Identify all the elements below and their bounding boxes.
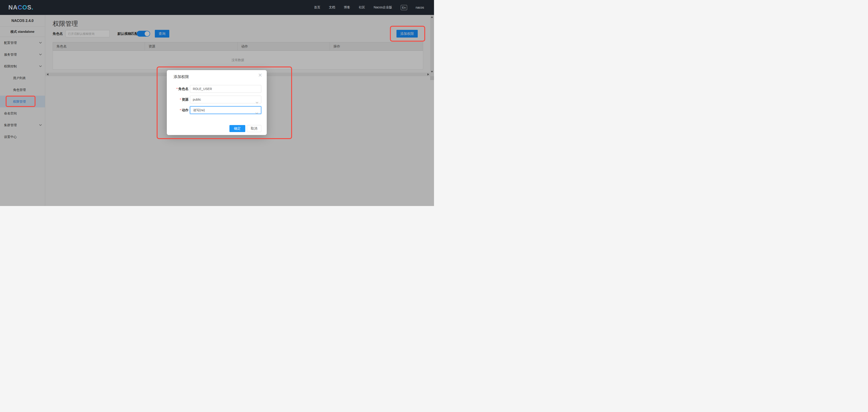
current-user[interactable]: nacos [416, 6, 424, 9]
top-header: NACOS. 首页 文档 博客 社区 Nacos企业版 En nacos [0, 0, 434, 15]
language-switch-badge[interactable]: En [401, 5, 407, 10]
annotation-box-sidebar-permission [6, 96, 35, 107]
nacos-console-page: { "colors": { "accent": "#1890ff", "anno… [0, 0, 434, 206]
top-nav: 首页 文档 博客 社区 Nacos企业版 En nacos [314, 5, 424, 10]
annotation-box-dialog [157, 66, 292, 139]
nav-community[interactable]: 社区 [359, 5, 365, 9]
nav-docs[interactable]: 文档 [329, 5, 335, 9]
nav-home[interactable]: 首页 [314, 5, 320, 9]
annotation-box-add-button [390, 26, 425, 41]
nacos-logo[interactable]: NACOS. [8, 4, 33, 11]
nav-blog[interactable]: 博客 [344, 5, 350, 9]
nav-enterprise[interactable]: Nacos企业版 [374, 5, 392, 9]
